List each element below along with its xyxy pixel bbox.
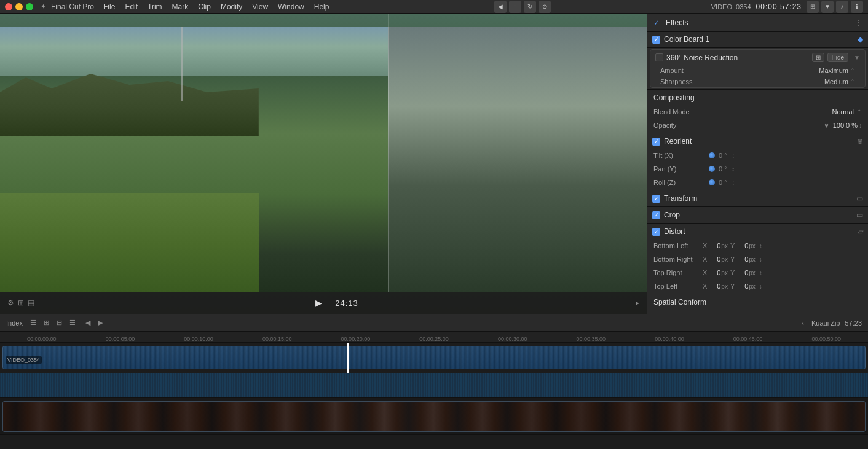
filter-icon[interactable]: ▼ <box>821 1 834 13</box>
traffic-lights <box>5 3 33 10</box>
blend-mode-chevron-icon: ⌃ <box>857 109 862 115</box>
distort-bl-x-unit: px <box>721 243 728 249</box>
distort-tl-x-label: X <box>703 283 707 290</box>
arrow-icon[interactable]: ▸ <box>636 299 639 307</box>
reorient-checkbox[interactable] <box>652 138 660 146</box>
timeline-chevron-icon[interactable]: ‹ <box>799 318 807 328</box>
color-board-section[interactable]: Color Board 1 ◆ <box>647 32 868 47</box>
header-timecode: 00:00 57:23 <box>756 2 802 11</box>
distort-tl-reset-icon[interactable]: ↕ <box>759 283 762 290</box>
menu-mark[interactable]: Mark <box>168 1 193 12</box>
color-board-color-icon: ◆ <box>858 35 863 44</box>
video-preview[interactable]: 360° Video 3840 × 1920 | 29.97 fps, Ster… <box>0 14 647 314</box>
minimize-button[interactable] <box>15 3 23 10</box>
nr-hide-btn[interactable]: Hide <box>827 53 849 62</box>
grid-icon[interactable]: ▤ <box>28 299 34 307</box>
spatial-type-row: Type Fit ⌃ <box>647 310 868 314</box>
timeline-right: ‹ Kuaui Zip 57:23 <box>799 318 862 328</box>
waveform-display <box>0 373 868 397</box>
color-board-label: Color Board 1 <box>664 35 709 44</box>
nr-amount-value: Maximum ⌃ <box>819 67 855 74</box>
toolbar-icon-4[interactable]: ⊙ <box>539 1 551 13</box>
ruler-mark-8: 00:00:40:00 <box>630 336 709 342</box>
distort-bl-reset-icon[interactable]: ↕ <box>759 243 762 249</box>
pan-reset-icon[interactable]: ↕ <box>732 166 735 173</box>
transform-checkbox[interactable] <box>652 195 660 203</box>
distort-bl-y-label: Y <box>730 242 735 249</box>
distort-br-y-label: Y <box>730 256 735 263</box>
menu-view[interactable]: View <box>248 1 272 12</box>
crop-section[interactable]: Crop ▭ <box>647 208 868 222</box>
distort-bl-x-val: 0 <box>708 242 720 249</box>
timeline-tracks[interactable]: VIDEO_0354 <box>0 343 868 449</box>
compositing-section[interactable]: Compositing <box>647 90 868 105</box>
close-button[interactable] <box>5 3 12 10</box>
timeline-filmstrip-icon[interactable]: ⊟ <box>54 318 65 328</box>
divider-5 <box>647 206 868 207</box>
distort-bottom-right-label: Bottom Right <box>653 256 703 263</box>
inspector-body: Color Board 1 ◆ 360° Noise Reduction ⊞ H… <box>647 32 868 314</box>
distort-tl-y-unit: px <box>749 283 756 290</box>
tilt-unit: ° <box>724 152 727 159</box>
inspector-icon[interactable]: ⊞ <box>807 1 819 13</box>
distort-top-left-label: Top Left <box>653 283 703 290</box>
timeline-grid-icon[interactable]: ⊞ <box>41 318 52 328</box>
menu-modify[interactable]: Modify <box>216 1 247 12</box>
crop-checkbox[interactable] <box>652 211 660 219</box>
settings-icon[interactable]: ⚙ <box>7 299 14 307</box>
maximize-button[interactable] <box>26 3 33 10</box>
inspector-panel: ✓ Effects ⋮ Color Board 1 ◆ <box>647 14 868 314</box>
blend-mode-value[interactable]: Normal ⌃ <box>832 108 862 115</box>
timeline-next-icon[interactable]: ▶ <box>95 318 105 328</box>
nr-sharpness-label: Sharpness <box>660 78 824 85</box>
thumbnail-strip <box>2 401 866 432</box>
distort-tr-y-unit: px <box>749 270 756 276</box>
roll-reset-icon[interactable]: ↕ <box>732 179 735 186</box>
toolbar-icon-3[interactable]: ↻ <box>524 1 536 13</box>
divider-6 <box>647 223 868 224</box>
distort-top-right-label: Top Right <box>653 269 703 276</box>
pan-unit: ° <box>724 166 727 173</box>
timeline-settings-icon[interactable]: ☰ <box>67 318 78 328</box>
distort-icon: ▱ <box>857 227 863 236</box>
crop-label: Crop <box>664 211 680 219</box>
menu-window[interactable]: Window <box>274 1 309 12</box>
spatial-conform-section[interactable]: Spatial Conform <box>647 295 868 310</box>
distort-checkbox[interactable] <box>652 228 660 236</box>
menu-trim[interactable]: Trim <box>143 1 167 12</box>
main-area: 360° Video 3840 × 1920 | 29.97 fps, Ster… <box>0 14 868 449</box>
timeline-list-icon[interactable]: ☰ <box>28 318 39 328</box>
distort-bl-y-unit: px <box>749 243 756 249</box>
reorient-section[interactable]: Reorient ⊕ <box>647 134 868 149</box>
content-row: 360° Video 3840 × 1920 | 29.97 fps, Ster… <box>0 14 868 314</box>
view-options-icon[interactable]: ⊞ <box>18 299 24 307</box>
distort-tr-reset-icon[interactable]: ↕ <box>759 270 762 276</box>
toolbar-icon-1[interactable]: ◀ <box>494 1 507 13</box>
main-video-track: VIDEO_0354 <box>0 343 868 373</box>
opacity-reset-icon[interactable]: ↕ <box>859 122 862 129</box>
pan-dot-icon <box>709 166 715 172</box>
clip-info-label: Kuaui Zip <box>811 319 840 327</box>
audio-icon[interactable]: ♪ <box>836 1 848 13</box>
video-clip-block[interactable]: VIDEO_0354 <box>2 346 866 369</box>
playhead[interactable] <box>347 343 349 373</box>
menu-edit[interactable]: Edit <box>120 1 142 12</box>
menu-help[interactable]: Help <box>310 1 334 12</box>
video-controls: ⚙ ⊞ ▤ ▶ 24:13 ▸ <box>0 292 647 314</box>
info-icon[interactable]: ℹ <box>851 1 863 13</box>
play-button[interactable]: ▶ <box>312 296 325 310</box>
distort-br-x-val: 0 <box>708 256 720 263</box>
ruler-mark-1: 00:00:05:00 <box>81 336 160 342</box>
distort-br-reset-icon[interactable]: ↕ <box>759 256 762 263</box>
inspector-action-icon[interactable]: ⋮ <box>854 18 862 27</box>
distort-bl-y-val: 0 <box>736 242 748 249</box>
toolbar-icon-2[interactable]: ↑ <box>509 1 521 13</box>
distort-section[interactable]: Distort ▱ <box>647 224 868 239</box>
menu-file[interactable]: File <box>99 1 119 12</box>
menu-clip[interactable]: Clip <box>194 1 215 12</box>
color-board-checkbox[interactable] <box>652 36 660 44</box>
transform-section[interactable]: Transform ▭ <box>647 191 868 206</box>
timeline-prev-icon[interactable]: ◀ <box>83 318 93 328</box>
nr-checkbox[interactable] <box>655 53 663 61</box>
tilt-reset-icon[interactable]: ↕ <box>732 152 735 159</box>
